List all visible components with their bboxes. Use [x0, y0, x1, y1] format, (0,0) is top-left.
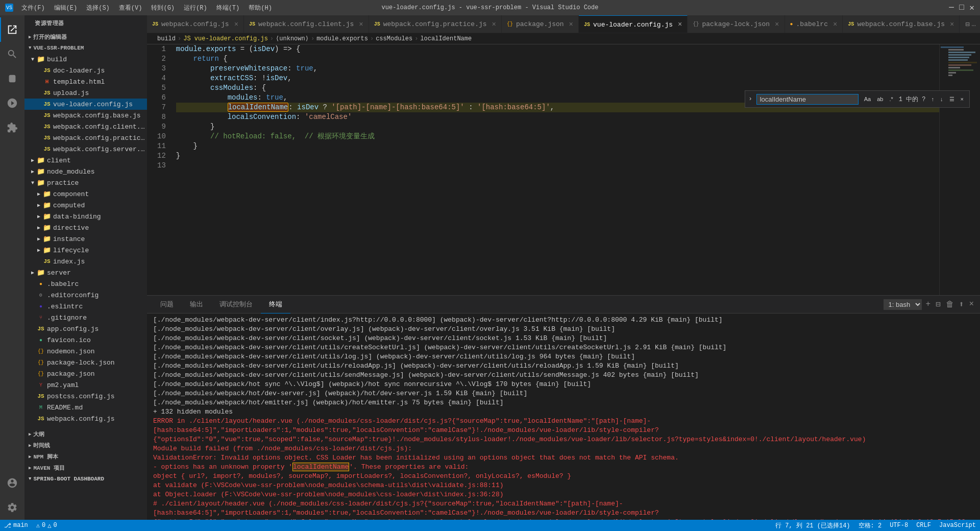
sidebar-item-build[interactable]: ▼ 📁 build	[24, 54, 147, 65]
kill-terminal-button[interactable]: 🗑	[945, 299, 955, 310]
search-icon[interactable]	[0, 42, 24, 66]
git-branch-status[interactable]: ⎇ main	[0, 520, 32, 531]
breadcrumb-local-ident-name[interactable]: localIdentName	[420, 35, 472, 42]
close-button[interactable]: ✕	[969, 5, 975, 11]
sidebar-item-readme[interactable]: M README.md	[24, 402, 147, 413]
sidebar-item-webpack-base[interactable]: JS webpack.config.base.js	[24, 110, 147, 121]
panel-tab-terminal[interactable]: 终端	[261, 296, 290, 313]
close-panel-button[interactable]: ×	[968, 299, 975, 310]
debug-icon[interactable]	[0, 91, 24, 115]
menu-view[interactable]: 查看(V)	[115, 3, 146, 13]
menu-edit[interactable]: 编辑(E)	[50, 3, 82, 13]
menu-terminal[interactable]: 终端(T)	[212, 3, 244, 13]
tab-package-json[interactable]: {} package.json ×	[502, 15, 579, 33]
find-input[interactable]	[756, 94, 859, 105]
find-close-button[interactable]: ×	[958, 94, 966, 104]
find-expand-icon[interactable]: ›	[748, 95, 752, 103]
code-view[interactable]: 1 2 3 4 5 6 7 8 9 10 11 12 13	[147, 44, 939, 295]
breadcrumb-css-modules[interactable]: cssModules	[376, 35, 412, 42]
account-icon[interactable]	[0, 471, 24, 495]
errors-status[interactable]: ⚠ 0 △ 0	[32, 520, 61, 531]
open-editors-section[interactable]: ▶ 打开的编辑器	[24, 31, 147, 42]
sidebar-item-template[interactable]: H template.html	[24, 76, 147, 87]
tab-webpack-client[interactable]: JS webpack.config.client.js ×	[244, 15, 369, 33]
tab-webpack-practice[interactable]: JS webpack.config.practice.js ×	[369, 15, 502, 33]
sidebar-item-app-config[interactable]: JS app.config.js	[24, 323, 147, 334]
sidebar-item-webpack-server[interactable]: JS webpack.config.server.js	[24, 143, 147, 155]
panel-tab-problems[interactable]: 问题	[152, 296, 182, 313]
sidebar-item-package-json[interactable]: {} package.json	[24, 368, 147, 379]
tab-close-button[interactable]: ×	[678, 20, 682, 29]
tab-close-button[interactable]: ×	[492, 20, 496, 29]
source-control-icon[interactable]	[0, 66, 24, 91]
minimize-button[interactable]: ─	[948, 5, 954, 11]
menu-help[interactable]: 帮助(H)	[244, 3, 276, 13]
sidebar-item-upload[interactable]: JS upload.js	[24, 87, 147, 99]
tab-close-button[interactable]: ×	[234, 20, 238, 29]
panel-tab-debug-console[interactable]: 调试控制台	[211, 296, 261, 313]
sidebar-item-favicon[interactable]: ● favicon.ico	[24, 334, 147, 346]
menu-goto[interactable]: 转到(G)	[147, 3, 179, 13]
terminal-select[interactable]: 1: bash	[884, 299, 922, 310]
timeline-section[interactable]: ▶ 时间线	[24, 440, 147, 451]
sidebar-item-eslintrc[interactable]: ● .eslintrc	[24, 301, 147, 312]
breadcrumb-module-exports[interactable]: module.exports	[316, 35, 368, 42]
breadcrumb-build[interactable]: build	[157, 35, 176, 42]
more-tabs-button[interactable]: …	[972, 20, 976, 28]
breadcrumb-file[interactable]: JS vue-loader.config.js	[183, 35, 268, 42]
sidebar-item-nodemon[interactable]: {} nodemon.json	[24, 346, 147, 357]
sidebar-item-gitignore[interactable]: ⑂ .gitignore	[24, 312, 147, 323]
sidebar-item-computed[interactable]: ▶ 📁 computed	[24, 200, 147, 211]
sidebar-item-client[interactable]: ▶ 📁 client	[24, 155, 147, 166]
maven-section[interactable]: ▶ MAVEN 项目	[24, 462, 147, 473]
maximize-panel-button[interactable]: ⬆	[958, 298, 965, 310]
match-case-button[interactable]: Aa	[862, 94, 873, 104]
settings-icon[interactable]	[0, 495, 24, 520]
sidebar-item-postcss[interactable]: JS postcss.config.js	[24, 391, 147, 402]
sidebar-item-data-binding[interactable]: ▶ 📁 data-binding	[24, 211, 147, 222]
sidebar-item-instance[interactable]: ▶ 📁 instance	[24, 233, 147, 245]
sidebar-item-webpack-client[interactable]: JS webpack.config.client.js	[24, 121, 147, 132]
panel-tab-output[interactable]: 输出	[182, 296, 211, 313]
project-section[interactable]: ▼ VUE-SSR-PROBLEM	[24, 42, 147, 54]
tab-close-button[interactable]: ×	[569, 20, 573, 29]
sidebar-item-babelrc[interactable]: ● .babelrc	[24, 278, 147, 289]
sidebar-item-component[interactable]: ▶ 📁 component	[24, 188, 147, 200]
sidebar-item-lifecycle[interactable]: ▶ 📁 lifecycle	[24, 245, 147, 256]
sidebar-item-package-lock[interactable]: {} package-lock.json	[24, 357, 147, 368]
find-select-all-button[interactable]: ☰	[947, 94, 957, 104]
menu-run[interactable]: 运行(R)	[180, 3, 211, 13]
language-mode-status[interactable]: JavaScript	[935, 520, 980, 531]
sidebar-item-node-modules[interactable]: ▶ 📁 node_modules	[24, 166, 147, 177]
find-previous-button[interactable]: ↑	[929, 94, 937, 104]
indentation-status[interactable]: 空格: 2	[854, 520, 886, 531]
split-terminal-button[interactable]: ⊟	[935, 298, 942, 310]
find-next-button[interactable]: ↓	[938, 94, 946, 104]
tab-webpack-base[interactable]: JS webpack.config.base.js ×	[843, 15, 960, 33]
sidebar-item-practice[interactable]: ▼ 📁 practice	[24, 177, 147, 188]
npm-section[interactable]: ▶ NPM 脚本	[24, 451, 147, 462]
extensions-icon[interactable]	[0, 115, 24, 140]
sidebar-item-webpack-config[interactable]: JS webpack.config.js	[24, 413, 147, 424]
new-terminal-button[interactable]: +	[925, 299, 932, 310]
tab-close-button[interactable]: ×	[775, 20, 779, 29]
tab-vue-loader-config[interactable]: JS vue-loader.config.js ×	[579, 15, 688, 33]
tab-close-button[interactable]: ×	[950, 20, 954, 29]
split-editor-button[interactable]: ⊟	[965, 20, 969, 29]
encoding-status[interactable]: UTF-8	[886, 520, 912, 531]
explorer-icon[interactable]	[0, 17, 24, 42]
sidebar-item-webpack-practice[interactable]: JS webpack.config.practice.js	[24, 132, 147, 143]
tab-babelrc[interactable]: ● .babelrc ×	[785, 15, 843, 33]
sidebar-item-index-js[interactable]: JS index.js	[24, 256, 147, 267]
tab-webpack-config[interactable]: JS webpack.config.js ×	[147, 15, 244, 33]
match-whole-word-button[interactable]: ab	[874, 94, 886, 104]
sidebar-item-vue-loader-config[interactable]: JS vue-loader.config.js	[24, 99, 147, 110]
sidebar-item-pm2[interactable]: Y pm2.yaml	[24, 379, 147, 391]
cursor-position-status[interactable]: 行 7, 列 21 (已选择14)	[771, 520, 854, 531]
tab-close-button[interactable]: ×	[359, 20, 363, 29]
outline-section[interactable]: ▶ 大纲	[24, 428, 147, 440]
sidebar-item-doc-loader[interactable]: JS doc-loader.js	[24, 65, 147, 76]
menu-file[interactable]: 文件(F)	[17, 3, 49, 13]
terminal-output[interactable]: [./node_modules/webpack-dev-server/clien…	[147, 313, 980, 520]
sidebar-item-server[interactable]: ▶ 📁 server	[24, 267, 147, 278]
